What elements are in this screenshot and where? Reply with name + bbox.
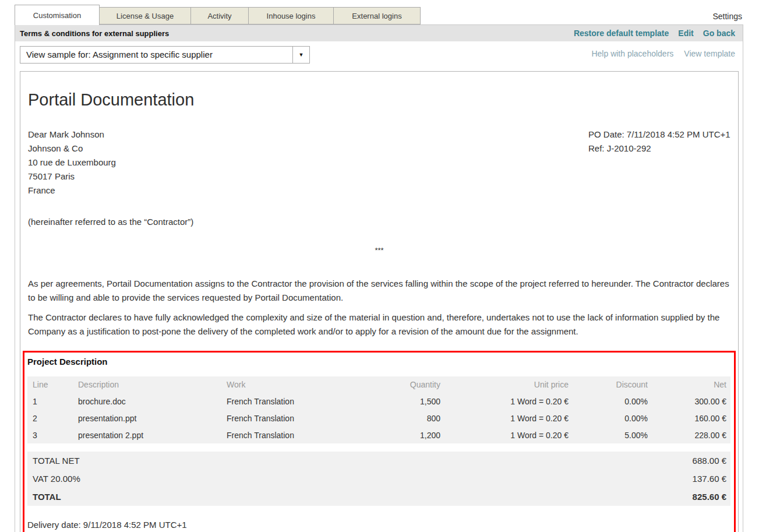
cell-discount: 0.00%: [573, 411, 652, 425]
main-panel: Terms & conditions for external supplier…: [15, 24, 743, 532]
column-header-work: Work: [227, 378, 373, 392]
view-sample-dropdown-value: View sample for: Assignment to specific …: [20, 47, 292, 63]
cell-net: 160.00 €: [652, 411, 730, 425]
cell-line: 2: [27, 411, 78, 425]
recipient-line: 75017 Paris: [28, 170, 730, 184]
table-row: 1 brochure.doc French Translation 1,500 …: [27, 393, 730, 410]
total-net-row: TOTAL NET 688.00 €: [27, 452, 730, 470]
cell-work: French Translation: [227, 411, 373, 425]
contractor-note: (hereinafter referred to as the “Contrac…: [28, 215, 730, 229]
vat-value: 137.60 €: [693, 472, 730, 486]
project-description-section: Project Description Line Description Wor…: [23, 351, 736, 532]
tab-license-usage[interactable]: License & Usage: [99, 7, 191, 24]
total-net-value: 688.00 €: [693, 454, 730, 468]
cell-quantity: 1,200: [373, 428, 444, 442]
agreement-paragraph: As per agreements, Portail Documentation…: [28, 277, 730, 305]
recipient-line: France: [28, 184, 730, 198]
table-header-row: Line Description Work Quantity Unit pric…: [27, 376, 730, 393]
column-header-unit-price: Unit price: [444, 378, 573, 392]
cell-work: French Translation: [227, 428, 373, 442]
cell-net: 300.00 €: [652, 394, 730, 408]
column-header-quantity: Quantity: [373, 378, 444, 392]
cell-unit-price: 1 Word = 0.20 €: [444, 428, 573, 442]
cell-line: 1: [27, 394, 78, 408]
table-row: 2 presentation.ppt French Translation 80…: [27, 410, 730, 427]
recipient-block: Dear Mark Johnson Johnson & Co 10 rue de…: [28, 128, 730, 198]
cell-description: brochure.doc: [78, 394, 227, 408]
cell-description: presentation 2.ppt: [78, 428, 227, 442]
column-header-line: Line: [27, 378, 78, 392]
vat-row: VAT 20.00% 137.60 €: [27, 470, 730, 488]
po-info-block: PO Date: 7/11/2018 4:52 PM UTC+1 Ref: J-…: [588, 128, 730, 156]
table-row: 3 presentation 2.ppt French Translation …: [27, 427, 730, 443]
go-back-link[interactable]: Go back: [703, 29, 735, 38]
cell-net: 228.00 €: [652, 428, 730, 442]
agreement-paragraph: The Contractor declares to have fully ac…: [28, 311, 730, 339]
toolbar: View sample for: Assignment to specific …: [20, 46, 738, 68]
project-description-heading: Project Description: [27, 357, 730, 367]
delivery-date: Delivery date: 9/11/2018 4:52 PM UTC+1: [27, 520, 730, 530]
cell-discount: 0.00%: [573, 394, 652, 408]
cell-work: French Translation: [227, 394, 373, 408]
header-actions: Restore default template Edit Go back: [574, 29, 735, 38]
total-value: 825.60 €: [693, 490, 730, 504]
vat-label: VAT 20.00%: [27, 472, 693, 486]
help-with-placeholders-link[interactable]: Help with placeholders: [591, 49, 673, 58]
cell-discount: 5.00%: [573, 428, 652, 442]
po-ref: Ref: J-2010-292: [588, 142, 730, 156]
cell-line: 3: [27, 428, 78, 442]
cell-unit-price: 1 Word = 0.20 €: [444, 411, 573, 425]
chevron-down-icon[interactable]: ▼: [292, 47, 309, 63]
totals-table: TOTAL NET 688.00 € VAT 20.00% 137.60 € T…: [27, 452, 730, 506]
restore-default-template-link[interactable]: Restore default template: [574, 29, 669, 38]
tab-inhouse-logins[interactable]: Inhouse logins: [248, 7, 334, 24]
toolbar-links: Help with placeholders View template: [591, 49, 735, 58]
top-bar: Customisation License & Usage Activity I…: [0, 0, 773, 24]
section-separator: ***: [28, 244, 730, 258]
cell-description: presentation.ppt: [78, 411, 227, 425]
cell-quantity: 1,500: [373, 394, 444, 408]
view-sample-dropdown[interactable]: View sample for: Assignment to specific …: [20, 46, 310, 64]
column-header-description: Description: [78, 378, 227, 392]
po-date: PO Date: 7/11/2018 4:52 PM UTC+1: [588, 128, 730, 142]
cell-unit-price: 1 Word = 0.20 €: [444, 394, 573, 408]
edit-link[interactable]: Edit: [678, 29, 693, 38]
page-title: Terms & conditions for external supplier…: [20, 29, 169, 38]
column-header-net: Net: [652, 378, 730, 392]
section-header-bar: Terms & conditions for external supplier…: [15, 25, 743, 41]
template-preview: Portail Documentation Dear Mark Johnson …: [20, 71, 739, 532]
line-items-table: Line Description Work Quantity Unit pric…: [27, 376, 730, 443]
tab-external-logins[interactable]: External logins: [333, 7, 421, 24]
total-label: TOTAL: [27, 490, 693, 504]
recipient-line: 10 rue de Luxembourg: [28, 156, 730, 170]
settings-link[interactable]: Settings: [712, 12, 742, 21]
tab-customisation[interactable]: Customisation: [15, 5, 100, 25]
total-row: TOTAL 825.60 €: [27, 488, 730, 506]
view-template-link[interactable]: View template: [684, 49, 735, 58]
tab-activity[interactable]: Activity: [190, 7, 249, 24]
panel-body: View sample for: Assignment to specific …: [15, 41, 743, 532]
cell-quantity: 800: [373, 411, 444, 425]
column-header-discount: Discount: [573, 378, 652, 392]
total-net-label: TOTAL NET: [27, 454, 693, 468]
document-title: Portail Documentation: [28, 90, 730, 110]
